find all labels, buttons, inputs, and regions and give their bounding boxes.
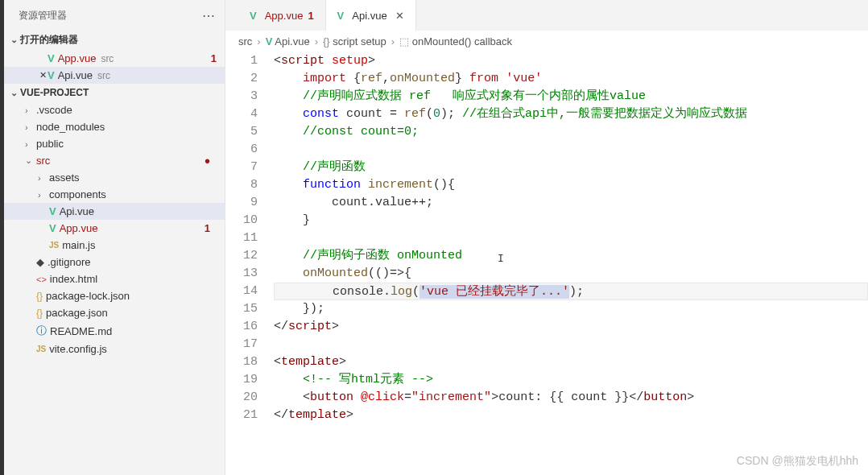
line-number: 6 — [225, 141, 258, 159]
file-name: App.vue — [58, 52, 97, 64]
tree-item[interactable]: ›node_modules — [4, 118, 225, 135]
tree-label: main.js — [62, 239, 95, 251]
code-line[interactable]: </script> — [274, 318, 868, 336]
close-icon[interactable]: ✕ — [39, 70, 47, 81]
line-number: 12 — [225, 247, 258, 265]
code-line[interactable]: //声明钩子函数 onMountedI — [274, 247, 868, 265]
line-number: 3 — [225, 88, 258, 105]
vue-icon: V — [49, 222, 56, 234]
chevron-right-icon: › — [25, 105, 36, 115]
vue-icon: V — [266, 35, 273, 48]
chevron-right-icon: › — [315, 35, 318, 48]
tree-item[interactable]: JSvite.config.js — [4, 341, 225, 357]
breadcrumb-item[interactable]: {} script setup — [323, 35, 386, 48]
file-tree: ›.vscode›node_modules›public⌄src•›assets… — [4, 101, 225, 357]
tree-item[interactable]: JSmain.js — [4, 237, 225, 254]
tree-item[interactable]: ⌄src• — [4, 152, 225, 169]
code-line[interactable]: //声明函数 — [274, 159, 868, 176]
tree-item[interactable]: ◆.gitignore — [4, 254, 225, 271]
breadcrumb-item[interactable]: ⬚ onMounted() callback — [399, 35, 512, 48]
code-line[interactable]: } — [274, 212, 868, 229]
open-editors-label: 打开的编辑器 — [20, 33, 78, 47]
open-editors-header[interactable]: ⌄ 打开的编辑器 — [4, 30, 225, 50]
editor[interactable]: 123456789101112131415161718192021 <scrip… — [225, 52, 868, 475]
breadcrumb[interactable]: src›V Api.vue›{} script setup›⬚ onMounte… — [225, 31, 868, 52]
chevron-right-icon: › — [25, 122, 36, 132]
tree-label: public — [36, 138, 64, 150]
html-icon: <> — [36, 275, 47, 284]
modified-badge: 1 — [211, 52, 217, 64]
open-editors-list: VApp.vuesrc1✕VApi.vuesrc — [4, 50, 225, 84]
code-line[interactable]: function increment(){ — [274, 176, 868, 194]
line-number: 15 — [225, 300, 258, 318]
code-line[interactable] — [274, 336, 868, 353]
line-number: 11 — [225, 229, 258, 247]
json-icon: {} — [36, 291, 43, 302]
tab[interactable]: VApp.vue1 — [238, 0, 326, 31]
code-line[interactable]: console.log('vue 已经挂载完毕了...'); — [274, 283, 868, 300]
tree-item[interactable]: {}package.json — [4, 304, 225, 321]
tree-item[interactable]: ›assets — [4, 169, 225, 186]
line-number: 18 — [225, 353, 258, 371]
breadcrumb-item[interactable]: src — [238, 35, 252, 48]
sidebar: 资源管理器 ⋯ ⌄ 打开的编辑器 VApp.vuesrc1✕VApi.vuesr… — [4, 0, 225, 475]
code-line[interactable] — [274, 141, 868, 159]
file-folder: src — [101, 53, 114, 64]
close-icon[interactable]: ✕ — [395, 10, 404, 22]
tree-item[interactable]: VApp.vue1 — [4, 220, 225, 237]
tab[interactable]: VApi.vue✕ — [326, 0, 416, 31]
tree-label: src — [36, 155, 50, 167]
breadcrumb-item[interactable]: V Api.vue — [266, 35, 310, 48]
code-line[interactable]: <!-- 写html元素 --> — [274, 371, 868, 389]
code-area[interactable]: <script setup> import {ref,onMounted} fr… — [271, 52, 868, 475]
project-label: VUE-PROJECT — [20, 87, 89, 98]
code-line[interactable]: //const count=0; — [274, 123, 868, 141]
tree-item[interactable]: ⓘREADME.md — [4, 321, 225, 341]
code-line[interactable]: const count = ref(0); //在组合式api中,一般需要把数据… — [274, 105, 868, 123]
more-icon[interactable]: ⋯ — [202, 8, 215, 23]
code-line[interactable]: count.value++; — [274, 194, 868, 212]
open-editor-item[interactable]: ✕VApi.vuesrc — [4, 67, 225, 84]
code-line[interactable]: //声明响应式数据 ref 响应式对象有一个内部的属性value — [274, 88, 868, 105]
code-line[interactable]: <button @click="increment">count: {{ cou… — [274, 389, 868, 407]
code-line[interactable]: onMounted(()=>{ — [274, 265, 868, 283]
line-number: 8 — [225, 176, 258, 194]
line-number: 13 — [225, 265, 258, 283]
chevron-right-icon: › — [38, 190, 49, 200]
code-line[interactable]: <script setup> — [274, 52, 868, 70]
vue-icon: V — [48, 69, 55, 81]
code-line[interactable]: import {ref,onMounted} from 'vue' — [274, 70, 868, 88]
line-number: 9 — [225, 194, 258, 212]
gutter: 123456789101112131415161718192021 — [225, 52, 271, 475]
chevron-right-icon: › — [38, 173, 49, 183]
tree-item[interactable]: {}package-lock.json — [4, 287, 225, 304]
tree-label: README.md — [50, 325, 112, 337]
tree-item[interactable]: ›.vscode — [4, 101, 225, 118]
tree-item[interactable]: VApi.vue — [4, 203, 225, 220]
line-number: 14 — [225, 283, 258, 300]
open-editor-item[interactable]: VApp.vuesrc1 — [4, 50, 225, 67]
chevron-down-icon: ⌄ — [7, 35, 20, 45]
json-icon: {} — [36, 308, 43, 319]
line-number: 17 — [225, 336, 258, 353]
tree-item[interactable]: <>index.html — [4, 271, 225, 287]
tree-label: package-lock.json — [46, 290, 130, 302]
file-folder: src — [97, 70, 110, 81]
modified-dot: • — [205, 157, 210, 165]
chevron-right-icon: › — [391, 35, 395, 48]
chevron-down-icon: ⌄ — [25, 155, 36, 166]
code-line[interactable]: </template> — [274, 407, 868, 424]
vue-icon: V — [337, 10, 345, 22]
project-header[interactable]: ⌄ VUE-PROJECT — [4, 84, 225, 101]
code-line[interactable]: }); — [274, 300, 868, 318]
tree-label: index.html — [50, 273, 97, 285]
tree-item[interactable]: ›components — [4, 186, 225, 203]
code-line[interactable]: <template> — [274, 353, 868, 371]
line-number: 19 — [225, 371, 258, 389]
sidebar-title: 资源管理器 — [19, 9, 67, 23]
chevron-right-icon: › — [257, 35, 260, 48]
code-line[interactable] — [274, 229, 868, 247]
git-icon: ◆ — [36, 256, 44, 268]
tree-item[interactable]: ›public — [4, 135, 225, 152]
js-icon: JS — [49, 241, 59, 250]
